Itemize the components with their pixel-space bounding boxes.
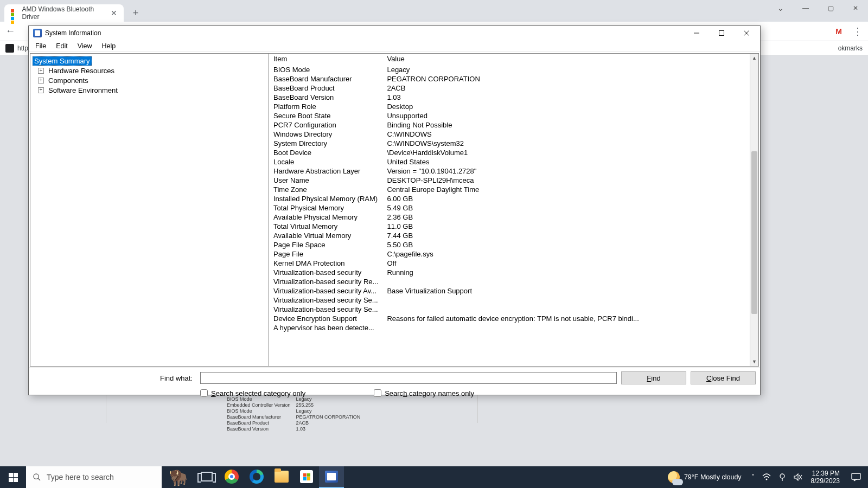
category-tree[interactable]: System Summary + Hardware Resources + Co…	[30, 54, 269, 366]
table-row[interactable]: PCR7 ConfigurationBinding Not Possible	[269, 120, 750, 130]
cell-value: Desktop	[382, 102, 750, 111]
cell-value: Reasons for failed automatic device encr…	[382, 314, 750, 323]
scroll-thumb[interactable]	[751, 151, 757, 314]
table-row[interactable]: Hardware Abstraction LayerVersion = "10.…	[269, 166, 750, 176]
tray-overflow-button[interactable]: ˄	[751, 473, 755, 481]
find-button[interactable]: Find	[621, 371, 686, 384]
close-button[interactable]: ✕	[843, 0, 868, 16]
table-row[interactable]: Kernel DMA ProtectionOff	[269, 259, 750, 268]
bookmark-item[interactable]: http	[17, 44, 28, 52]
table-row[interactable]: Page FileC:\pagefile.sys	[269, 249, 750, 259]
menu-view[interactable]: View	[73, 41, 97, 51]
maximize-button[interactable]	[709, 26, 734, 40]
tab-search-button[interactable]: ⌄	[768, 0, 793, 16]
menu-help[interactable]: Help	[98, 41, 120, 51]
tree-label: Components	[47, 76, 90, 85]
close-icon[interactable]: ✕	[111, 9, 117, 17]
close-button[interactable]	[734, 26, 759, 40]
location-icon[interactable]	[778, 473, 786, 481]
taskbar-clock[interactable]: 12:39 PM 8/29/2023	[807, 470, 844, 485]
expand-icon[interactable]: +	[38, 78, 44, 84]
search-highlight-icon[interactable]: 🦬	[162, 466, 194, 488]
table-row[interactable]: Virtualization-based security Re...	[269, 277, 750, 286]
bookmarks-overflow-label: okmarks	[838, 44, 863, 52]
table-row[interactable]: Platform RoleDesktop	[269, 102, 750, 111]
table-row[interactable]: BaseBoard Product2ACB	[269, 84, 750, 93]
cell-item: Platform Role	[269, 102, 382, 111]
browser-tab[interactable]: AMD Windows Bluetooth Driver ✕	[4, 4, 124, 22]
table-row[interactable]: Virtualization-based securityRunning	[269, 268, 750, 277]
table-row[interactable]: A hypervisor has been detecte...	[269, 323, 750, 332]
table-row[interactable]: Total Virtual Memory11.0 GB	[269, 222, 750, 231]
app-icon	[33, 29, 42, 37]
minimize-button[interactable]: —	[793, 0, 818, 16]
tab-favicon	[11, 9, 17, 17]
cell-item: Device Encryption Support	[269, 314, 382, 323]
taskbar-app-store[interactable]	[294, 466, 319, 488]
table-row[interactable]: Available Virtual Memory7.44 GB	[269, 231, 750, 240]
table-row[interactable]: BIOS ModeLegacy	[269, 65, 750, 74]
tree-node-hardware-resources[interactable]: + Hardware Resources	[30, 66, 269, 75]
taskbar-weather[interactable]: 79°F Mostly cloudy	[662, 471, 747, 483]
taskbar-app-explorer[interactable]	[269, 466, 294, 488]
volume-muted-icon[interactable]	[794, 473, 802, 481]
search-category-names-only-checkbox[interactable]: Search category names only	[374, 389, 477, 397]
tree-node-components[interactable]: + Components	[30, 75, 269, 85]
new-tab-button[interactable]: +	[128, 5, 143, 21]
cell-item: Installed Physical Memory (RAM)	[269, 194, 382, 203]
expand-icon[interactable]: +	[38, 87, 44, 93]
taskbar-app-edge[interactable]	[244, 466, 269, 488]
table-row[interactable]: Boot Device\Device\HarddiskVolume1	[269, 148, 750, 157]
minimize-button[interactable]	[684, 26, 709, 40]
table-row[interactable]: Device Encryption SupportReasons for fai…	[269, 314, 750, 323]
taskbar-search[interactable]: Type here to search	[26, 466, 162, 488]
folder-icon	[275, 471, 289, 483]
table-row[interactable]: Page File Space5.50 GB	[269, 240, 750, 249]
details-scroll[interactable]: Item Value BIOS ModeLegacyBaseBoard Manu…	[269, 54, 750, 366]
svg-point-6	[765, 479, 767, 480]
table-row[interactable]: Total Physical Memory5.49 GB	[269, 203, 750, 213]
taskbar-app-chrome[interactable]	[219, 466, 244, 488]
taskbar-app-system-information[interactable]	[319, 466, 344, 488]
scroll-up-arrow[interactable]: ▲	[750, 54, 758, 62]
search-selected-only-checkbox[interactable]: Search selected category only	[200, 389, 309, 397]
cell-item: Windows Directory	[269, 130, 382, 139]
menu-edit[interactable]: Edit	[52, 41, 72, 51]
menu-file[interactable]: File	[31, 41, 50, 51]
close-find-button[interactable]: Close Find	[691, 371, 756, 384]
table-row[interactable]: Windows DirectoryC:\WINDOWS	[269, 130, 750, 139]
table-row[interactable]: BaseBoard Version1.03	[269, 93, 750, 102]
tree-node-system-summary[interactable]: System Summary	[30, 56, 269, 66]
browser-menu-button[interactable]: ⋮	[853, 25, 863, 37]
maximize-button[interactable]: ▢	[818, 0, 843, 16]
table-row[interactable]: Virtualization-based security Se...	[269, 305, 750, 314]
weather-icon	[668, 471, 680, 483]
action-center-button[interactable]	[844, 473, 868, 481]
expand-icon[interactable]: +	[38, 68, 44, 74]
vertical-scrollbar[interactable]: ▲ ▼	[750, 54, 758, 366]
table-row[interactable]: Virtualization-based security Av...Base …	[269, 286, 750, 296]
wifi-icon[interactable]	[762, 473, 771, 481]
table-row[interactable]: Available Physical Memory2.36 GB	[269, 213, 750, 222]
column-header-item[interactable]: Item	[269, 54, 382, 65]
scroll-down-arrow[interactable]: ▼	[750, 357, 758, 366]
column-header-value[interactable]: Value	[382, 54, 750, 65]
cell-item: BaseBoard Manufacturer	[269, 74, 382, 84]
back-button[interactable]: ←	[5, 25, 15, 37]
task-view-button[interactable]	[194, 466, 219, 488]
table-row[interactable]: LocaleUnited States	[269, 157, 750, 166]
table-row[interactable]: Secure Boot StateUnsupported	[269, 111, 750, 120]
table-row[interactable]: BaseBoard ManufacturerPEGATRON CORPORATI…	[269, 74, 750, 84]
table-row[interactable]: Time ZoneCentral Europe Daylight Time	[269, 185, 750, 194]
cell-value: 5.49 GB	[382, 203, 750, 213]
cell-value	[382, 305, 750, 314]
profile-avatar[interactable]: M	[832, 25, 845, 38]
table-row[interactable]: Installed Physical Memory (RAM)6.00 GB	[269, 194, 750, 203]
start-button[interactable]	[0, 466, 26, 488]
tree-node-software-environment[interactable]: + Software Environment	[30, 85, 269, 95]
table-row[interactable]: Virtualization-based security Se...	[269, 296, 750, 305]
find-what-input[interactable]	[200, 372, 617, 384]
titlebar[interactable]: System Information	[29, 26, 760, 40]
table-row[interactable]: User NameDESKTOP-SPLI29H\mceca	[269, 176, 750, 185]
table-row[interactable]: System DirectoryC:\WINDOWS\system32	[269, 139, 750, 148]
